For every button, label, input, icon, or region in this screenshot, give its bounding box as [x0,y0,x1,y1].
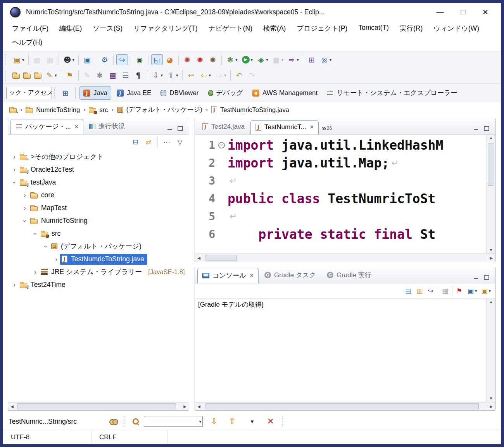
title-bar[interactable]: NumricToString/src/TestNumricToString.ja… [3,3,501,21]
perspective-javaee[interactable]: JJava EE [113,86,155,100]
editor-vscrollbar[interactable]: ▲ ▼ [487,135,495,254]
view-menu-button[interactable]: ▽ [175,138,185,147]
breadcrumb-src[interactable]: src [89,106,108,114]
perspective-remote[interactable]: リモート・システム・エクスプローラー [323,86,461,100]
tree-expander-icon[interactable]: › [21,204,29,212]
combo-dropdown-icon[interactable]: ▾ [198,416,202,426]
menu-item[interactable]: 実行(R) [395,22,427,35]
last-edit-location-button[interactable]: ↩ [185,70,197,81]
coverage-button[interactable]: ◈▾ [255,54,269,65]
tree-item[interactable]: ›MapTest [8,202,189,214]
maximize-view-button[interactable] [483,126,490,131]
menu-item[interactable]: 検索(A) [259,22,290,35]
scroll-right-button[interactable]: ▶ [487,256,495,260]
name-console-button[interactable]: ▤ [403,286,413,295]
tree-expander-icon[interactable]: › [21,192,29,199]
minimize-view-button[interactable] [473,126,479,131]
tree-item[interactable]: ›core [8,189,189,202]
stop-button[interactable]: ■▾ [271,54,285,65]
tree-item[interactable]: ››>その他のプロジェクト [8,150,189,163]
tree-expander-icon[interactable]: › [10,166,18,174]
console-hscrollbar[interactable]: ◀ ▶ [195,402,495,410]
tree-item[interactable]: ›JRE システム・ライブラリー[JavaSE-1.8] [8,266,189,278]
quick-access-box[interactable]: ック・アクセス [6,87,52,99]
tab-gradle-exec[interactable]: GGradle 実行 [322,268,376,283]
pencil-button[interactable]: ✎ [81,70,93,81]
scrollbar-track[interactable] [203,402,487,410]
profile-button[interactable]: ◕ [164,54,176,65]
scrollbar-track[interactable] [203,254,487,262]
debug-button[interactable]: ❃▾ [224,54,239,65]
open-resource-button[interactable] [11,71,21,80]
gear-button[interactable]: ⚙ [99,54,110,65]
maximize-view-button[interactable] [177,126,183,131]
collapse-region-icon[interactable] [218,142,225,148]
run-external-button[interactable]: ⇨▾ [286,54,300,65]
menu-item[interactable]: リファクタリング(T) [129,22,202,35]
tree-item[interactable]: ›NumricToString [8,214,189,227]
collapse-all-button[interactable]: ⊟ [130,138,140,147]
console-vscrollbar[interactable]: ▲ ▼ [487,299,495,402]
menu-item[interactable]: ファイル(F) [8,22,53,35]
junit-button[interactable]: ✺ [181,54,193,65]
display-log-button[interactable]: ▥ [414,286,425,295]
snippet-button[interactable]: ▤ [107,70,119,81]
menu-item[interactable]: Tomcat(T) [354,22,393,35]
close-search-button[interactable]: ✕ [266,416,276,426]
switch-workspace-button[interactable]: ↪ [116,54,128,65]
open-folder-button[interactable] [22,71,32,80]
menu-item[interactable]: 編集(E) [55,22,86,35]
save-all-button[interactable]: ▥ [44,54,56,65]
trace-button[interactable]: ✱ [94,70,106,81]
prev-annotation-button[interactable]: ⇧▾ [165,70,180,81]
scroll-up-button[interactable]: ▲ [489,135,493,142]
tree-item[interactable]: ›JtestJava [8,176,189,189]
menu-item[interactable]: ウィンドウ(W) [429,22,483,35]
scroll-left-button[interactable]: ◀ [195,256,203,260]
scroll-up-button[interactable]: ▲ [489,299,493,305]
export-log-button[interactable]: ↪ [426,286,436,295]
scrollbar-track[interactable] [16,402,181,410]
tree-item[interactable]: ›src [8,227,189,240]
key-button[interactable]: ⚑ [64,70,76,81]
run-button[interactable]: ▶▾ [240,55,254,65]
tree-expander-icon[interactable]: › [31,230,39,238]
tree-item[interactable]: ›JOracle12cTest [8,163,189,176]
new-java-project-button[interactable]: ⊞ [306,54,318,65]
breadcrumb-project[interactable]: NumricToString [26,106,80,114]
tree-item[interactable]: ›(デフォルト・パッケージ) [8,240,189,253]
scrollbar-thumb[interactable] [488,143,494,186]
menu-item[interactable]: ナビゲート(N) [204,22,257,35]
save-output-button[interactable]: ▦ [440,286,450,295]
tab-testnumrictostring[interactable]: JTestNumricT...× [250,120,319,134]
close-tab-icon[interactable]: × [250,272,254,279]
search-combo[interactable]: ▾ [144,416,203,427]
redo-nav-button[interactable]: ↷ [246,70,258,81]
next-match-button[interactable]: ⇩ [207,416,221,426]
open-perspective-button[interactable]: ⊞ [60,88,71,98]
tree-expander-icon[interactable]: › [10,153,18,161]
format-brush-button[interactable]: ✎▾ [44,70,58,81]
undo-nav-button[interactable]: ↶ [233,70,245,81]
tree-item[interactable]: ›JTestNumricToString.java [8,253,189,266]
package-explorer-hscrollbar[interactable]: ◀ ▶ [8,402,189,410]
breadcrumb-package[interactable]: (デフォルト・パッケージ) [117,105,202,114]
breadcrumb-file[interactable]: JTestNumricToString.java [211,106,289,114]
open-type-button[interactable]: ◎▾ [319,54,333,65]
outline-button[interactable]: ☰ [120,70,131,81]
search-input[interactable] [144,418,198,425]
minimize-view-button[interactable] [473,274,479,280]
binoculars-icon[interactable] [109,419,118,425]
tab-progress[interactable]: 進行状況 [84,119,130,134]
minimize-window-button[interactable]: — [437,8,444,17]
open-console-button[interactable]: ▣▾ [479,286,492,295]
tree-expander-icon[interactable]: › [10,179,18,186]
perspective-debug[interactable]: デバッグ [204,86,247,100]
scroll-down-button[interactable]: ▼ [489,247,493,254]
tab-console[interactable]: コンソール× [197,268,259,283]
account-button[interactable]: ☻▾ [62,54,76,65]
tree-expander-icon[interactable]: › [52,255,60,263]
link-with-editor-button[interactable]: ⇄ [143,138,154,147]
tab-test24[interactable]: JTest24.java [197,120,250,134]
tree-expander-icon[interactable]: › [42,243,50,250]
